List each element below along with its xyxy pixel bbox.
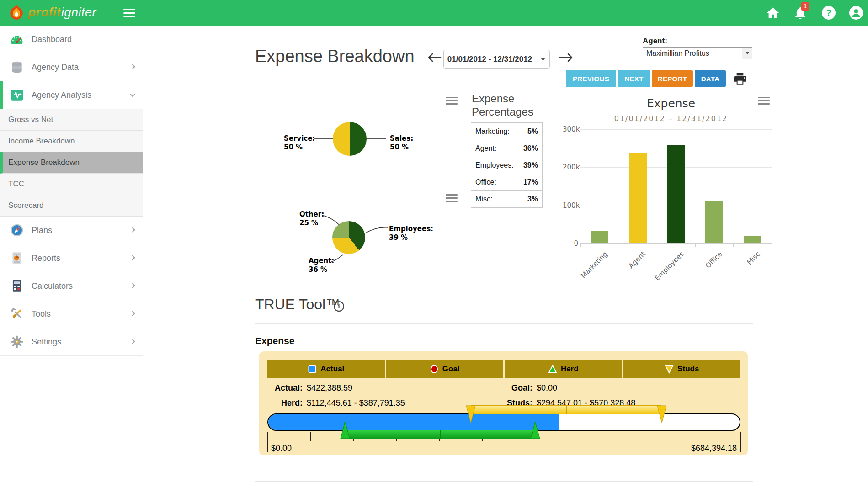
gauge-slider: $0.00 $684,394.18: [267, 402, 740, 454]
x-axis-label: Marketing: [579, 250, 609, 280]
studs-high-marker-icon: [657, 405, 667, 423]
date-range-dropdown[interactable]: 01/01/2012 - 12/31/2012: [443, 50, 550, 69]
logo-text-igniter: igniter: [61, 5, 96, 19]
x-axis-label: Agent: [627, 250, 647, 270]
app-logo[interactable]: profitigniter: [8, 4, 96, 21]
chevron-right-icon: [130, 339, 135, 344]
x-axis-tick: [772, 243, 772, 247]
date-caret[interactable]: [536, 50, 549, 68]
x-axis-label: Office: [704, 250, 724, 270]
info-icon[interactable]: i: [334, 301, 344, 312]
chevron-right-icon: [130, 64, 135, 69]
compass-icon: [10, 223, 24, 238]
divider: [255, 323, 753, 324]
agent-select-value: Maximillian Profitus: [643, 49, 742, 58]
print-icon[interactable]: [733, 71, 747, 86]
pie-menu-hamburger-icon[interactable]: [446, 97, 458, 105]
gridline: [580, 129, 772, 130]
legend-studs: Studs: [622, 360, 741, 378]
help-icon[interactable]: ?: [822, 6, 836, 20]
table-row: Agent: 36%: [471, 140, 542, 157]
period-button-row: PREVIOUS NEXT REPORT DATA: [566, 70, 726, 87]
sidebar-item-dashboard[interactable]: Dashboard: [0, 26, 143, 53]
next-period-arrow-icon[interactable]: [559, 51, 574, 64]
sidebar-item-settings[interactable]: Settings: [0, 328, 143, 356]
previous-button[interactable]: PREVIOUS: [566, 70, 616, 87]
gauge-axis-tick: [569, 432, 569, 441]
sidebar-item-agency-analysis[interactable]: Agency Analysis: [0, 81, 143, 109]
sidebar-item-plans[interactable]: Plans: [0, 217, 143, 244]
sidebar-subitem-tcc[interactable]: TCC: [0, 174, 143, 195]
gauge-min-label: $0.00: [271, 444, 292, 453]
sidebar-item-label: Agency Analysis: [32, 90, 91, 100]
bar-marketing[interactable]: [591, 231, 608, 244]
database-icon: [10, 60, 24, 74]
sidebar-item-label: Reports: [32, 254, 60, 263]
person-icon: [850, 7, 862, 19]
sidebar-item-agency-data[interactable]: Agency Data: [0, 53, 143, 81]
sidebar-subitem-gross-vs-net[interactable]: Gross vs Net: [0, 109, 143, 131]
expense-section-title: Expense: [255, 335, 294, 346]
chevron-right-icon: [130, 255, 135, 260]
pie-menu-hamburger-icon[interactable]: [446, 194, 458, 202]
legend-actual: Actual: [267, 360, 385, 378]
agent-select[interactable]: Maximillian Profitus: [643, 47, 752, 59]
sidebar-item-tools[interactable]: Tools: [0, 300, 143, 328]
report-button[interactable]: REPORT: [652, 70, 693, 87]
bar-office[interactable]: [705, 201, 723, 243]
bar-employees[interactable]: [667, 145, 685, 243]
divider: [255, 481, 753, 482]
herd-triangle-up-icon: [548, 365, 557, 374]
home-icon[interactable]: [766, 6, 780, 20]
gauge-actual-fill: [268, 414, 559, 430]
gauge-axis-tick: [655, 432, 655, 441]
main-content: Expense Breakdown 01/01/2012 - 12/31/201…: [143, 26, 868, 492]
table-row: Office: 17%: [471, 174, 542, 190]
x-axis-tick: [695, 243, 696, 247]
gauge-max-label: $684,394.18: [587, 444, 737, 453]
report-document-icon: [10, 251, 24, 265]
gear-icon: [10, 334, 24, 349]
legend-goal: Goal: [385, 360, 504, 378]
pie-label-service: Service: 50 %: [284, 134, 315, 152]
sidebar-subitem-expense-breakdown[interactable]: Expense Breakdown: [0, 152, 143, 174]
pie-connector-line: [367, 138, 386, 139]
pie-label-agent: Agent: 36 %: [309, 257, 334, 274]
next-button[interactable]: NEXT: [618, 70, 650, 87]
sidebar-subitem-label: TCC: [8, 180, 24, 189]
bar-agent[interactable]: [629, 153, 647, 243]
logo-text-profit: profit: [28, 5, 61, 19]
account-icon[interactable]: [849, 6, 863, 20]
goal-circle-icon: [430, 365, 439, 374]
data-button[interactable]: DATA: [695, 70, 726, 87]
bar-chart-menu-hamburger-icon[interactable]: [758, 97, 770, 105]
gauge-track: [267, 413, 740, 431]
income-split-pie-chart[interactable]: [333, 122, 367, 156]
sidebar-item-label: Tools: [32, 309, 51, 319]
x-axis-tick: [657, 243, 657, 247]
x-axis-tick: [580, 243, 581, 247]
herd-low-marker-icon: [340, 421, 350, 439]
previous-period-arrow-icon[interactable]: [426, 51, 442, 64]
sidebar-item-reports[interactable]: Reports: [0, 244, 143, 272]
gauge-axis-tick: [740, 432, 741, 452]
select-button[interactable]: [742, 48, 752, 59]
bar-chart-subtitle: 01/01/2012 – 12/31/2012: [564, 114, 777, 123]
bar-misc[interactable]: [744, 236, 761, 243]
caret-down-icon: [746, 52, 749, 54]
y-axis-tick-label: 100k: [563, 201, 578, 210]
sidebar-item-calculators[interactable]: Calculators: [0, 272, 143, 300]
sidebar-subitem-income-breakdown[interactable]: Income Breakdown: [0, 131, 143, 152]
notification-badge: 1: [801, 2, 809, 11]
pie-label-sales: Sales: 50 %: [390, 134, 413, 152]
sidebar-subitem-label: Scorecard: [8, 201, 43, 210]
top-bar: profitigniter 1 ?: [0, 0, 868, 26]
herd-range-band: [345, 430, 535, 439]
chevron-right-icon: [130, 283, 135, 288]
menu-hamburger-icon[interactable]: [123, 9, 135, 17]
sidebar-subitem-scorecard[interactable]: Scorecard: [0, 195, 143, 217]
sidebar-subitem-label: Income Breakdown: [8, 137, 75, 146]
gauge-axis-tick: [698, 432, 698, 441]
chevron-down-icon: [130, 92, 135, 97]
sidebar-item-label: Settings: [32, 337, 61, 347]
